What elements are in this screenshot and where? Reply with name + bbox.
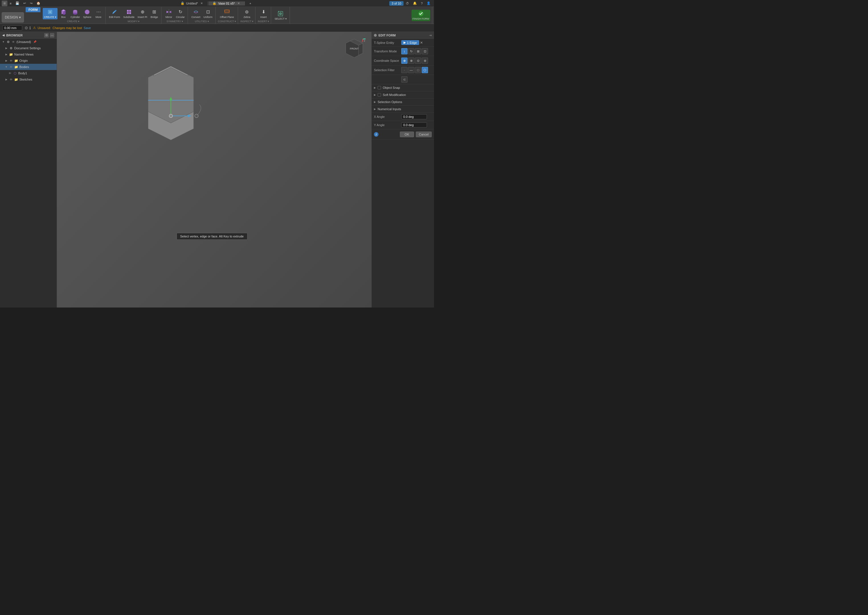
filter-face[interactable]: □ — [415, 67, 421, 73]
tab-vase-close[interactable]: ✕ — [237, 2, 240, 5]
svg-point-7 — [73, 13, 77, 14]
t-spline-clear-btn[interactable]: ✕ — [420, 41, 423, 45]
undo-btn[interactable]: ↩ — [22, 1, 28, 6]
file-menu[interactable]: ≡ — [8, 1, 13, 6]
transform-mode-row: Transform Mode ↕ ↻ ⊞ ⊡ — [372, 47, 434, 56]
browser-settings-btn[interactable]: ⚙ — [44, 33, 49, 37]
transform-mode-move[interactable]: ↕ — [401, 48, 407, 55]
filter-vertex[interactable]: · — [401, 67, 407, 73]
toolbar-group-inspect: ⊚ Zebra INSPECT ▾ — [239, 7, 256, 23]
toolbar-btn-bridge[interactable]: ⊞ Bridge — [149, 8, 159, 19]
toolbar-btn-more-create[interactable]: ⋯ More — [94, 8, 104, 19]
form-tab[interactable]: FORM — [26, 7, 41, 12]
origin-toggle[interactable]: ▶ — [5, 59, 8, 62]
filter-body[interactable]: ⬡ — [422, 67, 428, 73]
toolbar-btn-inspect[interactable]: ⊚ Zebra — [242, 8, 252, 19]
user-avatar[interactable]: 👤 — [425, 1, 432, 6]
object-snap-checkbox[interactable] — [378, 86, 381, 89]
transform-mode-scale[interactable]: ⊞ — [415, 48, 421, 55]
design-mode-btn[interactable]: DESIGN ▾ — [2, 12, 24, 22]
browser-close-btn[interactable]: — — [50, 33, 55, 37]
svg-text:+: + — [49, 11, 51, 14]
edit-form-title: EDIT FORM — [378, 34, 396, 37]
coord-space-local[interactable]: ⊗ — [408, 58, 414, 64]
redo-btn[interactable]: ↪ — [28, 1, 34, 6]
toolbar-btn-subdivide[interactable]: Subdivide — [122, 8, 136, 19]
soft-modification-section: ▶ Soft Modification — [372, 91, 434, 98]
toolbar-btn-sphere[interactable]: Sphere — [82, 8, 92, 19]
help-icon[interactable]: ? — [419, 1, 424, 6]
toolbar-btn-mirror[interactable]: Mirror — [164, 8, 174, 19]
toolbar-btn-insert[interactable]: ⊕ Insert Pt — [136, 8, 148, 19]
root-eye-icon[interactable]: 👁 — [11, 40, 16, 44]
circular-label: Circular — [176, 16, 185, 19]
bodies-toggle[interactable]: ▼ — [5, 65, 8, 69]
sketches-toggle[interactable]: ▶ — [5, 78, 8, 81]
doc-settings-toggle[interactable]: ▶ — [5, 47, 8, 50]
cancel-button[interactable]: Cancel — [416, 131, 432, 137]
filter-edge[interactable]: — — [408, 67, 414, 73]
svg-marker-41 — [359, 43, 363, 55]
root-toggle[interactable]: ▼ — [2, 40, 5, 44]
tree-item-sketches[interactable]: ▶ 👁 📁 Sketches — [0, 76, 57, 83]
3d-model[interactable] — [131, 60, 211, 151]
soft-modification-header[interactable]: ▶ Soft Modification — [372, 91, 434, 98]
transform-mode-all[interactable]: ⊡ — [422, 48, 428, 55]
selection-options-header[interactable]: ▶ Selection Options — [372, 98, 434, 105]
y-angle-input[interactable] — [401, 122, 427, 128]
toolbar-btn-uniform[interactable]: ⊡ Uniform — [202, 8, 214, 19]
toolbar-btn-circular[interactable]: ↻ Circular — [175, 8, 186, 19]
save-button[interactable]: Save — [84, 26, 91, 30]
toolbar-btn-box[interactable]: Box — [58, 8, 69, 19]
t-spline-value: ▶ 1 Edge ✕ — [401, 40, 432, 45]
coord-space-view[interactable]: ⊚ — [422, 58, 428, 64]
collapse-sidebar-icon[interactable]: ◀ — [2, 34, 5, 37]
soft-mod-checkbox[interactable] — [378, 93, 381, 97]
x-angle-input[interactable] — [401, 114, 427, 119]
view-cube[interactable]: FRONT Z Y X — [343, 37, 366, 61]
toolbar-btn-insert-main[interactable]: ⬇ Insert — [258, 8, 269, 19]
tree-item-origin[interactable]: ▶ 👁 📁 Origin — [0, 58, 57, 64]
transform-mode-rotate[interactable]: ↻ — [408, 48, 414, 55]
filter-loop[interactable]: ⊂ — [401, 76, 407, 83]
tree-item-body1[interactable]: 👁 ⬡ Body1 — [0, 70, 57, 76]
tree-item-bodies[interactable]: ▼ 👁 📁 Bodies — [0, 64, 57, 70]
tab-untitled[interactable]: 🔒 Untitled* ✕ — [176, 2, 208, 5]
tab-untitled-close[interactable]: ✕ — [200, 2, 204, 5]
toolbar-btn-offset-plane[interactable]: Offset Plane — [219, 8, 235, 19]
toolbar-btn-select[interactable]: SELECT ▾ — [273, 10, 287, 21]
app-grid-icon[interactable]: ⊞ — [2, 1, 8, 6]
bodies-eye-icon[interactable]: 👁 — [9, 65, 13, 69]
tree-item-doc-settings[interactable]: ▶ ⚙ Document Settings — [0, 45, 57, 51]
home-btn[interactable]: 🏠 — [35, 1, 42, 6]
toolbar-group-modify: Edit Form Subdivide ⊕ Insert Pt ⊞ Bridge… — [106, 7, 161, 23]
toolbar-btn-create-form[interactable]: + CREATE ▾ — [43, 8, 57, 19]
bell-icon[interactable]: 🔔 — [411, 1, 418, 6]
object-snap-header[interactable]: ▶ Object Snap — [372, 84, 434, 91]
panel-expand-btn[interactable]: ⇥ — [429, 33, 432, 37]
coord-space-normal[interactable]: ⊙ — [415, 58, 421, 64]
toolbar-btn-edit[interactable]: Edit Form — [108, 8, 121, 19]
toolbar-btn-cylinder[interactable]: Cylinder — [69, 8, 81, 19]
tree-item-root[interactable]: ▼ ⚙ 👁 (Unsaved) 📌 — [0, 39, 57, 45]
sel-opts-toggle-icon: ▶ — [374, 100, 376, 103]
viewport[interactable]: Select vertex, edge or face. Alt Key to … — [57, 32, 372, 308]
numerical-inputs-header[interactable]: ▶ Numerical Inputs — [372, 106, 434, 112]
origin-eye-icon[interactable]: 👁 — [9, 59, 13, 62]
ok-button[interactable]: OK — [400, 131, 414, 137]
sketches-eye-icon[interactable]: 👁 — [9, 78, 13, 81]
body1-eye-icon[interactable]: 👁 — [8, 71, 12, 75]
save-menu-btn[interactable]: 💾 — [14, 1, 21, 6]
toolbar-btn-finish-form[interactable]: FINISH FORM — [412, 10, 431, 21]
named-views-toggle[interactable]: ▶ — [5, 53, 8, 56]
clock-icon[interactable]: ⏱ — [404, 1, 411, 6]
coord-space-world[interactable]: ⊕ — [401, 58, 407, 64]
tab-vase[interactable]: 🔒 Vase 01 v5* ✕ — [208, 2, 245, 5]
x-angle-row: X Angle — [372, 113, 434, 121]
toolbar-btn-convert[interactable]: Convert — [190, 8, 201, 19]
selection-filter-row2: ⊂ — [372, 75, 434, 84]
tree-item-named-views[interactable]: ▶ 📁 Named Views — [0, 51, 57, 58]
add-tab-btn[interactable]: + — [248, 1, 253, 6]
dimension-input[interactable] — [2, 25, 22, 30]
panel-info-icon[interactable]: i — [374, 132, 378, 137]
